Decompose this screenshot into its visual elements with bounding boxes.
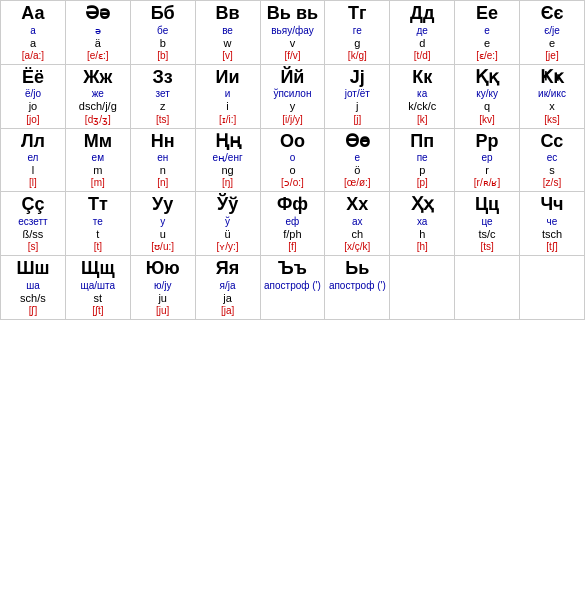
cell-4-2: Юю ю/jу ju [ju] [130, 256, 195, 320]
letter-name: де [391, 25, 453, 37]
letter-latin: ng [197, 164, 259, 177]
letter-main: Кк [391, 67, 453, 89]
letter-latin: q [456, 100, 518, 113]
letter-latin: ch [326, 228, 388, 241]
letter-ipa: [œ/ø:] [326, 177, 388, 189]
cell-4-5: Ьь апостроф (') [325, 256, 390, 320]
letter-name: jот/ёт [326, 88, 388, 100]
letter-name: ве [197, 25, 259, 37]
letter-main: Рр [456, 131, 518, 153]
letter-name: ик/икс [521, 88, 583, 100]
letter-latin: a [2, 37, 64, 50]
letter-name: пе [391, 152, 453, 164]
cell-4-0: Шш ша sch/s [ʃ] [1, 256, 66, 320]
letter-latin: e [456, 37, 518, 50]
letter-main: Вв [197, 3, 259, 25]
letter-main: Фф [262, 194, 324, 216]
letter-name: ў [197, 216, 259, 228]
letter-main: Дд [391, 3, 453, 25]
letter-ipa: [s] [2, 241, 64, 253]
letter-name: у [132, 216, 194, 228]
letter-main: Çç [2, 194, 64, 216]
letter-latin: d [391, 37, 453, 50]
letter-main: Өө [326, 131, 388, 153]
letter-main: Ии [197, 67, 259, 89]
letter-latin: ß/ss [2, 228, 64, 241]
letter-main: Ьь [326, 258, 388, 280]
letter-ipa: [l] [2, 177, 64, 189]
letter-name: апостроф (') [262, 280, 324, 292]
cell-0-6: Дд де d [t/d] [390, 1, 455, 65]
letter-main: Ңң [197, 131, 259, 153]
letter-ipa: [k/g] [326, 50, 388, 62]
cell-3-5: Хх ах ch [x/ç/k] [325, 192, 390, 256]
cell-2-0: Лл ел l [l] [1, 128, 66, 192]
letter-name: ел [2, 152, 64, 164]
letter-ipa: [p] [391, 177, 453, 189]
letter-main: Яя [197, 258, 259, 280]
letter-latin: st [67, 292, 129, 305]
letter-name: це [456, 216, 518, 228]
letter-ipa: [r/ʀ/ʁ] [456, 177, 518, 189]
cell-3-0: Çç есзетт ß/ss [s] [1, 192, 66, 256]
cell-0-0: Аа а a [a/a:] [1, 1, 66, 65]
letter-ipa: [n] [132, 177, 194, 189]
letter-name: є/je [521, 25, 583, 37]
letter-main: Ҳҳ [391, 194, 453, 216]
letter-main: Ққ [456, 67, 518, 89]
letter-name: ща/шта [67, 280, 129, 292]
letter-main: Ёё [2, 67, 64, 89]
letter-latin: b [132, 37, 194, 50]
letter-main: Оо [262, 131, 324, 153]
letter-latin: n [132, 164, 194, 177]
letter-name: есзетт [2, 216, 64, 228]
letter-ipa: [jo] [2, 114, 64, 126]
letter-main: Тт [67, 194, 129, 216]
letter-ipa: [e/ɛ:] [67, 50, 129, 62]
letter-latin: s [521, 164, 583, 177]
letter-latin: ju [132, 292, 194, 305]
cell-0-8: Єє є/je e [je] [520, 1, 585, 65]
letter-latin: t [67, 228, 129, 241]
letter-main: Вь вь [262, 3, 324, 25]
letter-ipa: [ju] [132, 305, 194, 317]
letter-name: ем [67, 152, 129, 164]
letter-ipa: [ɔ/o:] [262, 177, 324, 189]
letter-ipa: [ʃt] [67, 305, 129, 317]
letter-main: Jj [326, 67, 388, 89]
letter-name: ес [521, 152, 583, 164]
letter-latin: dsch/j/g [67, 100, 129, 113]
cell-2-7: Рр ер r [r/ʀ/ʁ] [455, 128, 520, 192]
cell-2-3: Ңң ең/енг ng [ŋ] [195, 128, 260, 192]
letter-main: Єє [521, 3, 583, 25]
letter-latin: x [521, 100, 583, 113]
cell-0-3: Вв ве w [v] [195, 1, 260, 65]
letter-ipa: [ʏ/y:] [197, 241, 259, 253]
letter-name: ё/jo [2, 88, 64, 100]
letter-name: ку/ку [456, 88, 518, 100]
cell-3-7: Цц це ts/c [ts] [455, 192, 520, 256]
cell-1-8: Ҝҝ ик/икс x [ks] [520, 64, 585, 128]
letter-latin: jo [2, 100, 64, 113]
letter-ipa: [ts] [132, 114, 194, 126]
letter-name: ўпсилон [262, 88, 324, 100]
letter-main: Ўў [197, 194, 259, 216]
letter-latin: ö [326, 164, 388, 177]
letter-main: Бб [132, 3, 194, 25]
cell-2-5: Өө е ö [œ/ø:] [325, 128, 390, 192]
letter-main: Аа [2, 3, 64, 25]
letter-latin: ts/c [456, 228, 518, 241]
letter-ipa: [m] [67, 177, 129, 189]
letter-name: ен [132, 152, 194, 164]
letter-name: ах [326, 216, 388, 228]
letter-main: Ъъ [262, 258, 324, 280]
letter-main: Зз [132, 67, 194, 89]
cell-4-7 [455, 256, 520, 320]
letter-latin: o [262, 164, 324, 177]
cell-0-1: Әә ə ä [e/ɛ:] [65, 1, 130, 65]
letter-ipa: [ŋ] [197, 177, 259, 189]
cell-4-6 [390, 256, 455, 320]
letter-main: Чч [521, 194, 583, 216]
letter-main: Нн [132, 131, 194, 153]
letter-name: о [262, 152, 324, 164]
